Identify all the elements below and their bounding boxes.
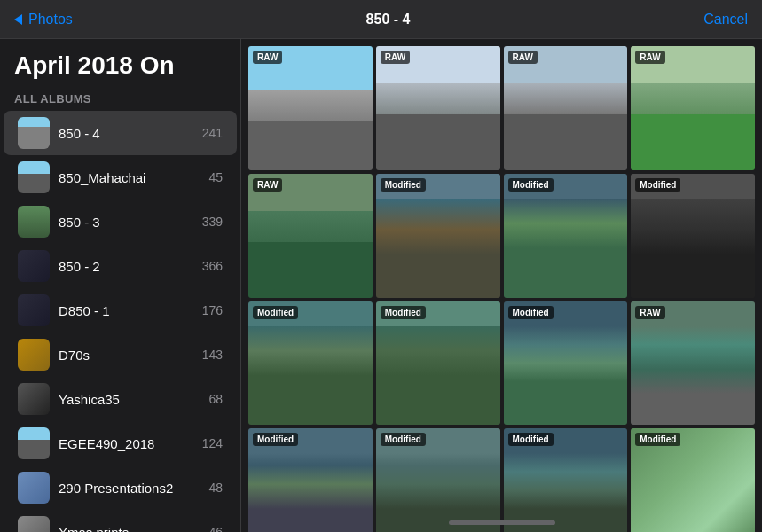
photo-cell[interactable]: Modified: [376, 174, 500, 298]
cancel-button[interactable]: Cancel: [703, 12, 748, 27]
sidebar: April 2018 On All Albums 850 - 4 241 850…: [0, 39, 241, 532]
photo-badge: RAW: [635, 51, 664, 64]
photo-cell[interactable]: RAW: [248, 174, 373, 298]
album-item[interactable]: 290 Presentations2 48: [4, 466, 237, 510]
album-name: 850 - 4: [59, 126, 100, 141]
photo-cell[interactable]: Modified: [631, 428, 755, 532]
all-albums-header: All Albums: [0, 87, 240, 111]
photo-cell[interactable]: Modified: [504, 301, 628, 426]
album-item[interactable]: 850 - 2 366: [4, 244, 237, 288]
photo-badge: Modified: [381, 433, 426, 446]
album-item[interactable]: EGEE490_2018 124: [4, 421, 237, 466]
album-item[interactable]: 850 - 3 339: [4, 200, 237, 244]
photo-badge: Modified: [635, 433, 680, 446]
album-name: Xmas prints: [59, 525, 129, 533]
album-thumbnail: [18, 383, 50, 415]
album-name: 850_Mahachai: [59, 170, 145, 185]
album-name: 850 - 2: [59, 259, 100, 274]
album-list: 850 - 4 241 850_Mahachai 45 850 - 3 339: [0, 111, 240, 532]
album-item[interactable]: 850 - 4 241: [4, 111, 237, 155]
photo-cell[interactable]: RAW: [504, 46, 628, 170]
album-count: 143: [202, 348, 223, 362]
album-item[interactable]: Yashica35 68: [4, 377, 237, 421]
photo-grid: RAW RAW RAW RAW RAW Modified: [248, 46, 755, 532]
photo-cell[interactable]: RAW: [631, 301, 755, 426]
album-count: 339: [202, 215, 223, 229]
photo-badge: Modified: [253, 306, 298, 319]
album-count: 176: [202, 303, 223, 317]
photo-cell[interactable]: Modified: [504, 428, 628, 532]
photo-badge: Modified: [508, 433, 554, 446]
sidebar-title: April 2018 On: [0, 39, 240, 87]
photo-badge: Modified: [635, 178, 680, 192]
photo-badge: Modified: [253, 433, 298, 446]
photo-badge: RAW: [635, 306, 664, 319]
album-name: Yashica35: [59, 392, 120, 407]
photo-badge: RAW: [253, 178, 282, 192]
back-label: Photos: [28, 12, 73, 27]
photo-cell[interactable]: Modified: [248, 428, 373, 532]
photo-cell[interactable]: Modified: [376, 301, 500, 426]
album-thumbnail: [18, 472, 50, 504]
album-thumbnail: [18, 161, 50, 193]
photo-badge: Modified: [508, 178, 554, 192]
photo-cell[interactable]: Modified: [248, 301, 373, 426]
album-count: 48: [208, 481, 223, 495]
photo-badge: Modified: [508, 306, 554, 319]
album-count: 45: [208, 170, 223, 184]
album-name: 290 Presentations2: [59, 481, 173, 496]
photo-cell[interactable]: RAW: [631, 46, 755, 170]
photo-cell[interactable]: RAW: [248, 46, 373, 170]
photo-area-wrapper: RAW RAW RAW RAW RAW Modified: [241, 39, 762, 532]
album-count: 241: [202, 126, 223, 140]
album-thumbnail: [18, 250, 50, 282]
photo-badge: RAW: [381, 51, 410, 64]
scroll-indicator: [449, 520, 555, 525]
album-item[interactable]: D850 - 1 176: [4, 288, 237, 332]
top-bar: Photos 850 - 4 Cancel: [0, 0, 762, 39]
photo-badge: Modified: [381, 178, 426, 192]
photo-cell[interactable]: Modified: [376, 428, 500, 532]
album-name: 850 - 3: [59, 215, 100, 230]
photo-badge: RAW: [508, 51, 538, 64]
page-title: 850 - 4: [366, 12, 411, 27]
album-thumbnail: [18, 516, 50, 532]
back-chevron-icon: [14, 14, 22, 25]
back-button[interactable]: Photos: [14, 12, 73, 27]
album-thumbnail: [18, 117, 50, 149]
album-count: 68: [208, 392, 223, 406]
photo-badge: Modified: [381, 306, 426, 319]
photo-cell[interactable]: RAW: [376, 46, 500, 170]
album-item[interactable]: Xmas prints 46: [4, 510, 237, 532]
album-count: 124: [202, 436, 223, 450]
album-item[interactable]: D70s 143: [4, 332, 237, 377]
album-item[interactable]: 850_Mahachai 45: [4, 155, 237, 200]
main-content: April 2018 On All Albums 850 - 4 241 850…: [0, 39, 762, 532]
album-thumbnail: [18, 294, 50, 326]
photo-grid-area[interactable]: RAW RAW RAW RAW RAW Modified: [241, 39, 762, 532]
album-name: EGEE490_2018: [59, 436, 154, 451]
photo-cell[interactable]: Modified: [504, 174, 628, 298]
album-count: 46: [208, 525, 223, 532]
photo-cell[interactable]: Modified: [631, 174, 755, 298]
photo-badge: RAW: [253, 51, 282, 64]
album-count: 366: [202, 259, 223, 273]
album-thumbnail: [18, 339, 50, 371]
album-name: D70s: [59, 348, 90, 363]
album-thumbnail: [18, 427, 50, 459]
album-name: D850 - 1: [59, 303, 110, 318]
album-thumbnail: [18, 206, 50, 238]
